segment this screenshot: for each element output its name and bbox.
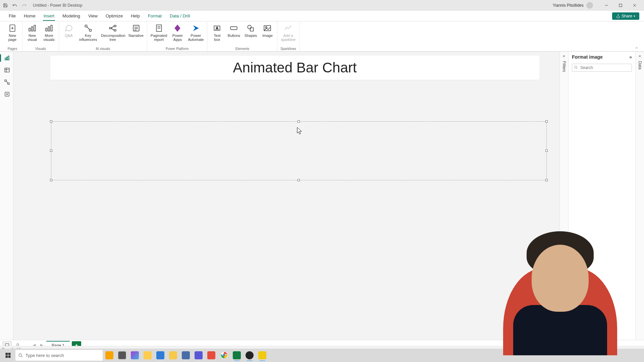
svg-rect-48 — [5, 344, 9, 346]
taskbar-search[interactable]: Type here to search — [15, 350, 103, 361]
search-icon — [574, 65, 578, 69]
svg-rect-42 — [5, 80, 6, 81]
svg-point-55 — [19, 354, 21, 356]
resize-handle[interactable] — [545, 120, 548, 123]
canvas[interactable]: Animated Bar Chart — [13, 52, 559, 341]
resize-handle[interactable] — [50, 120, 52, 123]
dax-view-icon[interactable] — [0, 90, 13, 98]
selected-image-visual[interactable] — [51, 121, 547, 180]
resize-handle[interactable] — [50, 179, 52, 181]
group-spark: Sparklines — [280, 47, 296, 51]
obs-icon[interactable] — [244, 349, 256, 361]
paginated-report-button[interactable]: Paginated report — [149, 23, 169, 42]
model-view-icon[interactable] — [0, 78, 13, 86]
more-visuals-button[interactable]: More visuals — [41, 23, 57, 42]
start-button[interactable] — [1, 349, 15, 361]
svg-rect-31 — [231, 27, 237, 30]
group-visuals: Visuals — [35, 47, 46, 51]
tab-format[interactable]: Format — [144, 11, 166, 20]
svg-rect-1 — [619, 4, 622, 7]
maximize-button[interactable] — [614, 1, 627, 9]
tab-view[interactable]: View — [84, 11, 102, 20]
taskbar-app-icon[interactable] — [154, 349, 166, 361]
group-power: Power Platform — [166, 47, 189, 51]
search-input[interactable] — [572, 64, 632, 72]
resize-handle[interactable] — [298, 179, 300, 181]
minimize-button[interactable] — [600, 1, 613, 9]
image-button[interactable]: Image — [260, 23, 275, 38]
taskbar-app-icon[interactable] — [116, 349, 128, 361]
excel-icon[interactable] — [231, 349, 243, 361]
taskbar-app-icon[interactable] — [103, 349, 115, 361]
powerbi-taskbar-icon[interactable] — [256, 349, 268, 361]
new-page-button[interactable]: New page — [5, 23, 20, 42]
tab-optimize[interactable]: Optimize — [102, 11, 127, 20]
text-box-button[interactable]: A Text box — [209, 23, 225, 42]
user-account[interactable]: Yiannis Pitsillides — [553, 2, 593, 9]
key-icon — [84, 23, 93, 33]
tab-insert[interactable]: Insert — [40, 11, 59, 20]
format-pane-title: Format image — [572, 54, 603, 60]
svg-point-32 — [248, 25, 252, 29]
resize-handle[interactable] — [545, 179, 548, 181]
save-icon[interactable] — [3, 3, 8, 8]
new-visual-button[interactable]: New visual — [24, 23, 40, 42]
tab-help[interactable]: Help — [127, 11, 144, 20]
filters-label: Filters — [562, 61, 567, 72]
shapes-button[interactable]: Shapes — [243, 23, 258, 38]
undo-icon[interactable] — [12, 3, 17, 8]
redo-icon[interactable] — [21, 3, 27, 8]
taskbar-app-icon[interactable] — [205, 349, 217, 361]
report-view-icon[interactable] — [0, 54, 13, 62]
webcam-overlay — [490, 221, 631, 355]
decomposition-tree-button[interactable]: Decomposition tree — [100, 23, 126, 42]
tab-file[interactable]: File — [5, 11, 20, 20]
data-pane-collapsed[interactable]: « Data — [635, 52, 644, 341]
group-elements: Elements — [235, 47, 250, 51]
sparkline-icon — [283, 23, 293, 33]
format-search[interactable] — [572, 64, 632, 72]
svg-line-21 — [111, 28, 114, 31]
svg-rect-17 — [109, 27, 111, 29]
taskbar-app-icon[interactable] — [142, 349, 154, 361]
power-automate-button[interactable]: Power Automate — [186, 23, 205, 42]
resize-handle[interactable] — [298, 120, 300, 123]
collapse-ribbon-icon[interactable] — [633, 46, 641, 51]
more-icon — [44, 23, 54, 33]
share-button[interactable]: Share ▾ — [612, 12, 639, 20]
svg-point-46 — [575, 66, 577, 68]
group-pages: Pages — [8, 47, 17, 51]
taskbar-app-icon[interactable] — [167, 349, 179, 361]
table-view-icon[interactable] — [0, 66, 13, 74]
svg-rect-9 — [32, 27, 33, 31]
image-icon — [263, 23, 272, 33]
buttons-button[interactable]: Buttons — [226, 23, 241, 38]
view-rail — [0, 52, 13, 341]
powerapps-icon — [173, 23, 182, 33]
data-label: Data — [638, 61, 642, 69]
automate-icon — [191, 23, 201, 33]
resize-handle[interactable] — [545, 149, 548, 152]
taskbar-app-icon[interactable] — [180, 349, 192, 361]
svg-rect-51 — [6, 353, 8, 355]
resize-handle[interactable] — [50, 149, 52, 152]
svg-line-47 — [577, 68, 577, 69]
expand-icon[interactable]: » — [629, 54, 632, 60]
key-influencers-button[interactable]: Key influencers — [78, 23, 98, 42]
group-ai: AI visuals — [96, 47, 110, 51]
sparkline-button: Add a sparkline — [279, 23, 297, 42]
close-button[interactable] — [628, 1, 641, 9]
avatar — [586, 2, 593, 9]
svg-rect-52 — [8, 353, 11, 355]
svg-line-56 — [21, 356, 22, 357]
chrome-icon[interactable] — [218, 349, 230, 361]
taskbar-app-icon[interactable] — [193, 349, 205, 361]
title-visual[interactable]: Animated Bar Chart — [50, 56, 539, 80]
tab-home[interactable]: Home — [20, 11, 40, 20]
tab-data-drill[interactable]: Data / Drill — [166, 11, 194, 20]
narrative-button[interactable]: Narrative — [127, 23, 145, 38]
taskbar-app-icon[interactable] — [129, 349, 141, 361]
tab-modeling[interactable]: Modeling — [58, 11, 84, 20]
titlebar: Untitled - Power BI Desktop Yiannis Pits… — [0, 0, 644, 11]
power-apps-button[interactable]: Power Apps — [170, 23, 185, 42]
